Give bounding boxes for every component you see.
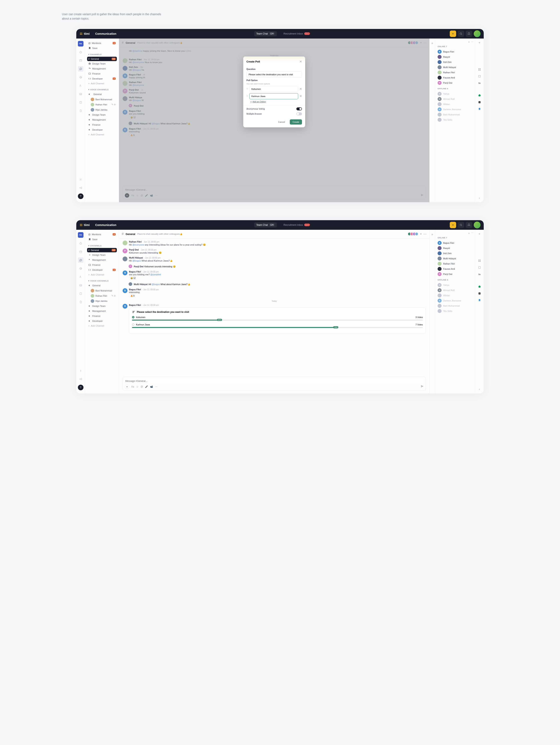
drag-icon[interactable]: ⠿ bbox=[246, 95, 248, 97]
voice-general[interactable]: General bbox=[87, 283, 117, 288]
member-item[interactable]: Raihan Fikri bbox=[438, 261, 472, 266]
notifications-button[interactable] bbox=[466, 31, 472, 37]
more-icon[interactable]: ⋯ bbox=[155, 385, 157, 388]
emoji-icon[interactable]: ☺ bbox=[136, 385, 138, 388]
member-item[interactable]: DDarlene Jhonsone bbox=[438, 107, 472, 112]
app-logo[interactable]: tiimi bbox=[80, 223, 95, 227]
globe-icon[interactable] bbox=[78, 266, 84, 271]
home-icon[interactable] bbox=[78, 240, 84, 246]
add-option[interactable]: + Add an Option bbox=[250, 100, 302, 103]
message[interactable]: P Panji Dwi Kebumen sounds interesting 😊 bbox=[129, 264, 426, 268]
member-item[interactable]: Mufti Hidayat bbox=[438, 256, 472, 261]
help-button[interactable]: ? bbox=[78, 385, 84, 390]
voice-member[interactable]: Rijal Jatnika bbox=[87, 107, 117, 112]
add-icon[interactable]: + bbox=[468, 41, 469, 43]
calendar-icon[interactable] bbox=[78, 249, 84, 255]
voice-member[interactable]: Raihan Fikri✎ ⊘ bbox=[87, 102, 117, 107]
member-item[interactable]: Ihdi Zein bbox=[438, 60, 472, 65]
document-icon[interactable] bbox=[78, 108, 84, 114]
tab-recruitment[interactable]: Recruitment Inbox551 bbox=[282, 31, 312, 36]
member-search[interactable] bbox=[439, 41, 467, 43]
add-channel[interactable]: +Add Channel bbox=[87, 272, 117, 277]
member-item[interactable]: Bani Muhammad bbox=[438, 112, 472, 117]
message[interactable]: B Bagus Fikri· Jun 12, 09:00 pm are you … bbox=[123, 270, 426, 280]
megaphone-icon[interactable] bbox=[78, 376, 84, 382]
mic-icon[interactable]: 🎤 bbox=[145, 385, 148, 388]
anon-toggle[interactable] bbox=[297, 107, 302, 110]
tray-collapse[interactable]: ‹ bbox=[479, 387, 480, 391]
member-item[interactable]: YYahya bbox=[438, 283, 472, 288]
mentions-item[interactable]: @Mentions4 bbox=[87, 41, 117, 45]
channel-developer[interactable]: Developer2 bbox=[87, 76, 117, 81]
message[interactable]: B Bagus Fikri· Jun 12, 09:00 pm interest… bbox=[123, 288, 426, 298]
app-logo[interactable]: tiimi bbox=[80, 32, 95, 35]
help-button[interactable]: ? bbox=[78, 193, 84, 199]
voice-management[interactable]: Management bbox=[87, 309, 117, 314]
member-avatars[interactable] bbox=[408, 232, 418, 236]
member-item[interactable]: DDarlene Jhonsone bbox=[438, 298, 472, 303]
channel-general[interactable]: #General13 bbox=[87, 57, 117, 61]
megaphone-icon[interactable] bbox=[78, 185, 84, 191]
tooth-icon[interactable] bbox=[477, 298, 482, 302]
user-avatar[interactable] bbox=[474, 222, 480, 228]
member-item[interactable]: Bani Muhammad bbox=[438, 303, 472, 309]
create-button[interactable]: Create bbox=[290, 119, 302, 125]
globe-icon[interactable] bbox=[78, 74, 84, 80]
mention-icon[interactable]: @ bbox=[141, 385, 143, 388]
voice-design[interactable]: Design Team bbox=[87, 112, 117, 117]
building-icon[interactable] bbox=[78, 100, 84, 105]
member-item[interactable]: BBagus Fikri bbox=[438, 49, 472, 54]
format-icon[interactable]: Aa bbox=[131, 385, 134, 388]
add-member-icon[interactable]: + bbox=[420, 232, 422, 236]
inbox-icon[interactable] bbox=[78, 91, 84, 97]
member-item[interactable]: Ihdi Zein bbox=[438, 251, 472, 256]
tab-team-chat[interactable]: Team Chat124 bbox=[254, 222, 277, 228]
user-avatar[interactable] bbox=[474, 30, 480, 37]
close-icon[interactable]: ✕ bbox=[299, 60, 302, 63]
channel-design[interactable]: Design Team bbox=[87, 61, 117, 66]
chat-icon[interactable] bbox=[78, 257, 84, 263]
cancel-button[interactable]: Cancel bbox=[275, 119, 288, 125]
send-icon[interactable] bbox=[421, 385, 424, 388]
remove-option[interactable]: ✕ bbox=[299, 87, 302, 91]
search-button[interactable] bbox=[458, 31, 464, 37]
add-voice-channel[interactable]: +Add Channel bbox=[87, 324, 117, 328]
message[interactable]: Mufti Hidayat Hii @bagus What about Kari… bbox=[129, 282, 426, 286]
workspace-icon[interactable]: FIK bbox=[78, 232, 84, 238]
users-icon[interactable] bbox=[78, 83, 84, 89]
tab-recruitment[interactable]: Recruitment Inbox551 bbox=[282, 222, 312, 228]
apps-icon[interactable] bbox=[477, 67, 482, 72]
member-item[interactable]: Wildan bbox=[438, 102, 472, 107]
add-icon[interactable]: + bbox=[468, 232, 469, 234]
voice-member[interactable]: Rijal Jatnika bbox=[87, 298, 117, 304]
inbox-icon[interactable] bbox=[78, 283, 84, 288]
message-input[interactable] bbox=[125, 379, 424, 384]
message[interactable]: Raihan Fikri· Jun 12, 09:00 pm Hii @ever… bbox=[123, 240, 426, 246]
message[interactable]: P Panji Dwi· Jun 12, 09:00 pm Kebumen so… bbox=[123, 249, 426, 254]
tray-add[interactable]: + bbox=[478, 232, 480, 236]
member-item[interactable]: AAhmad Rafi bbox=[438, 288, 472, 293]
channel-management[interactable]: Management bbox=[87, 66, 117, 71]
drag-icon[interactable]: ⠿ bbox=[246, 88, 248, 90]
voice-developer[interactable]: Developer bbox=[87, 319, 117, 323]
member-item[interactable]: Tea Sidiq bbox=[438, 309, 472, 314]
channel-finance[interactable]: Finance bbox=[87, 71, 117, 76]
message[interactable]: Mufti Hidayat· Jun 12, 09:00 pm Hii @bag… bbox=[123, 257, 426, 262]
mentions-item[interactable]: @Mentions4 bbox=[87, 232, 117, 236]
member-search[interactable] bbox=[439, 232, 467, 234]
member-item[interactable]: Fauzan Ardi bbox=[438, 266, 472, 271]
tray-add[interactable]: + bbox=[478, 41, 480, 44]
folder-icon[interactable] bbox=[477, 81, 482, 85]
home-icon[interactable] bbox=[78, 49, 84, 55]
search-button[interactable] bbox=[458, 222, 464, 228]
voice-management[interactable]: Management bbox=[87, 118, 117, 122]
save-item[interactable]: Save bbox=[87, 46, 117, 51]
member-item[interactable]: Fauzan Ardi bbox=[438, 75, 472, 80]
member-item[interactable]: Raihan Fikri bbox=[438, 70, 472, 75]
voice-finance[interactable]: Finance bbox=[87, 122, 117, 127]
member-item[interactable]: Rasyid bbox=[438, 54, 472, 60]
add-button[interactable] bbox=[450, 31, 456, 37]
building-icon[interactable] bbox=[78, 291, 84, 296]
voice-member[interactable]: Raihan Fikri✎ ⊘ bbox=[87, 293, 117, 298]
tab-team-chat[interactable]: Team Chat124 bbox=[254, 31, 277, 36]
